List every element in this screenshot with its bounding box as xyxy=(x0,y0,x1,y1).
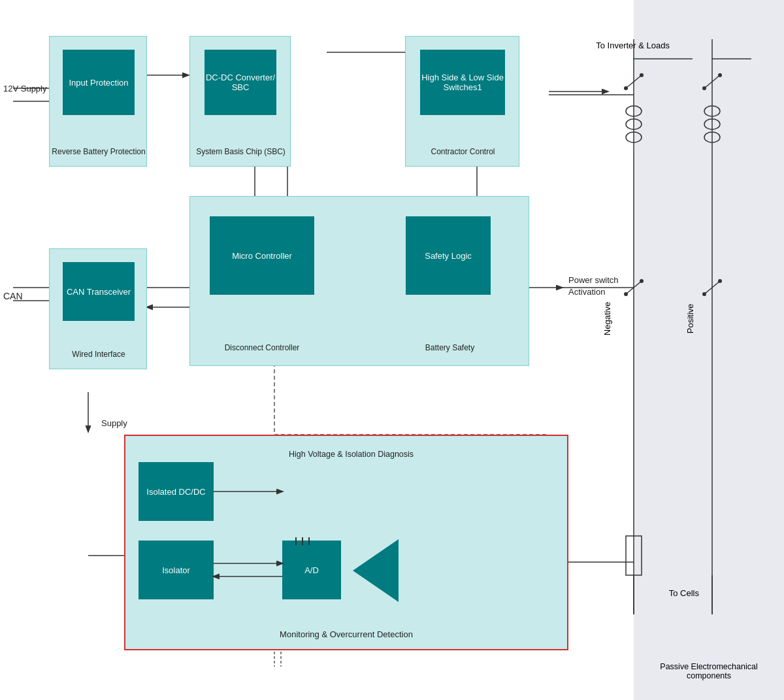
sensor-triangle xyxy=(353,539,399,602)
svg-point-37 xyxy=(624,86,628,90)
supply-monitoring-label: Supply xyxy=(101,418,127,428)
isolated-dcdc-block: Isolated DC/DC xyxy=(139,462,214,521)
negative-label: Negative xyxy=(602,302,612,335)
monitoring-box: Isolated DC/DC High Voltage & Isolation … xyxy=(124,435,568,650)
inverter-label: To Inverter & Loads xyxy=(596,39,670,52)
can-label: CAN xyxy=(3,291,23,301)
input-protection-container: Input Protection Reverse Battery Protect… xyxy=(49,36,147,167)
cells-label: To Cells xyxy=(669,588,699,598)
dcdc-block: DC-DC Converter/ SBC xyxy=(204,50,276,115)
can-label-sub: Wired Interface xyxy=(50,350,148,359)
controller-area: Micro Controller Disconnect Controller S… xyxy=(189,196,529,366)
isolator-block: Isolator xyxy=(139,541,214,599)
passive-area xyxy=(634,0,784,700)
ad-block: A/D xyxy=(282,541,341,599)
passive-label: Passive Electromechanical components xyxy=(640,662,777,680)
switches-block: High Side & Low Side Switches1 xyxy=(420,50,505,115)
ad-pins xyxy=(295,537,310,545)
monitoring-label: Monitoring & Overcurrent Detection xyxy=(125,629,567,639)
positive-label: Positive xyxy=(686,304,696,334)
power-switch-label: Power switch Activation xyxy=(568,275,634,298)
dcdc-container: DC-DC Converter/ SBC System Basis Chip (… xyxy=(189,36,291,167)
supply-label: 12V Supply xyxy=(3,84,47,93)
diagram-container: 12V Supply Input Protection Reverse Batt… xyxy=(0,0,784,700)
safety-logic-block: Safety Logic xyxy=(406,216,491,295)
input-protection-block: Input Protection xyxy=(63,50,135,115)
switches-container: High Side & Low Side Switches1 Contracto… xyxy=(405,36,519,167)
can-container: CAN Transceiver Wired Interface xyxy=(49,248,147,369)
safety-logic-label: Battery Safety xyxy=(399,343,500,352)
dcdc-label: System Basis Chip (SBC) xyxy=(190,147,291,156)
switches-label: Contractor Control xyxy=(406,147,520,156)
input-protection-label: Reverse Battery Protection xyxy=(50,147,148,156)
micro-controller-block: Micro Controller xyxy=(210,216,314,295)
micro-controller-label: Disconnect Controller xyxy=(200,343,324,352)
hv-isolation-label: High Voltage & Isolation Diagnosis xyxy=(289,449,414,461)
can-block: CAN Transceiver xyxy=(63,262,135,321)
